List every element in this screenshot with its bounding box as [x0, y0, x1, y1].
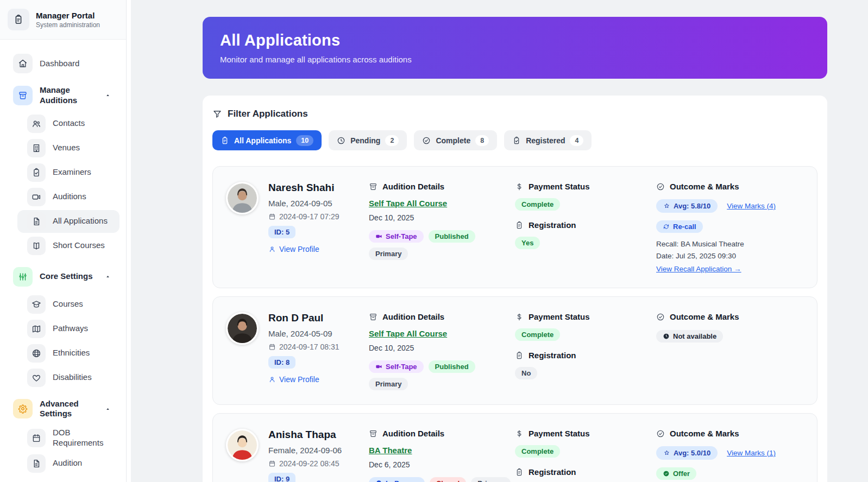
sidebar-item[interactable]: Manage Auditions: [7, 83, 119, 108]
applicant-identity: Anisha Thapa Female, 2024-09-06 2024-09-…: [226, 429, 369, 482]
person-icon: [268, 376, 276, 383]
applicant-identity: Ron D Paul Male, 2024-05-09 2024-09-17 0…: [226, 312, 369, 390]
sidebar-item-label: Advanced Settings: [40, 399, 98, 420]
avatar: [226, 182, 259, 214]
audition-status-badge: Published: [429, 360, 475, 373]
audition-course-link[interactable]: Self Tape All Course: [369, 329, 447, 338]
archive-icon: [369, 313, 378, 321]
chevron-up-icon: [105, 406, 111, 412]
sidebar-item-icon: [27, 212, 46, 231]
check-circle-icon: [656, 429, 665, 438]
outcome-result-icon: [663, 470, 670, 477]
clipboard-icon: [515, 351, 524, 360]
sidebar-scroll-track: [127, 0, 131, 482]
sidebar-item[interactable]: Audition: [17, 452, 119, 475]
sidebar-item-icon: [27, 188, 46, 206]
applicant-demographics: Male, 2024-09-05: [268, 199, 332, 208]
sidebar-item[interactable]: Examiners: [17, 161, 119, 184]
sidebar: Manager Portal System administration Das…: [0, 0, 127, 482]
filter-tab-label: All Applications: [234, 136, 291, 145]
audition-mode-badge: In-Person: [369, 477, 425, 482]
archive-icon: [369, 182, 378, 191]
sidebar-item[interactable]: Dashboard: [7, 52, 119, 75]
view-marks-link[interactable]: View Marks (4): [727, 202, 776, 210]
filter-tab[interactable]: Registered 4: [504, 130, 592, 150]
sidebar-header: Manager Portal System administration: [0, 0, 126, 40]
calendar-icon: [268, 343, 276, 351]
outcome-section: Outcome & Marks Not available: [656, 312, 804, 390]
outcome-heading: Outcome & Marks: [670, 182, 739, 191]
sidebar-item[interactable]: Core Settings: [7, 265, 119, 289]
filter-tab[interactable]: All Applications 10: [212, 130, 322, 150]
sidebar-item[interactable]: Advanced Settings: [7, 397, 119, 422]
avatar: [226, 312, 259, 345]
outcome-result-badge: Offer: [656, 467, 696, 480]
audition-type-badge: Primary: [369, 378, 408, 390]
avatar: [226, 429, 259, 461]
filter-tab[interactable]: Complete 8: [414, 130, 497, 150]
payment-status-badge: Complete: [515, 445, 560, 458]
audition-mode-badge: Self-Tape: [369, 230, 424, 243]
sidebar-item[interactable]: Contacts: [17, 112, 119, 135]
clock-filled-icon: [663, 333, 670, 340]
sidebar-item-icon: [13, 54, 33, 73]
sidebar-item[interactable]: DOB Requirements: [17, 426, 119, 451]
archive-icon: [369, 429, 378, 438]
dollar-icon: [515, 182, 524, 191]
sidebar-item-label: Venues: [53, 143, 80, 153]
outcome-section: Outcome & Marks Avg: 5.0/10 View Marks (…: [656, 429, 804, 482]
sidebar-item-icon: [13, 267, 33, 287]
sidebar-item[interactable]: Courses: [17, 293, 119, 316]
payment-heading: Payment Status: [529, 312, 590, 321]
filter-title: Filter Applications: [228, 109, 308, 119]
audition-date: Dec 10, 2025: [369, 213, 515, 222]
sidebar-item-icon: [27, 139, 46, 157]
sidebar-item[interactable]: Ethnicities: [17, 342, 119, 365]
sidebar-item-label: Audition: [53, 458, 82, 468]
filter-tabs: All Applications 10 Pending 2 Complete 8: [212, 130, 817, 150]
dollar-icon: [515, 429, 524, 438]
sidebar-item[interactable]: Venues: [17, 137, 119, 160]
sidebar-item-icon: [27, 320, 46, 338]
sidebar-item-icon: [27, 115, 46, 133]
main-content: All Applications Monitor and manage all …: [131, 0, 868, 482]
sidebar-item[interactable]: Auditions: [17, 186, 119, 208]
sidebar-item[interactable]: Pathways: [17, 318, 119, 340]
filter-tab-count: 2: [385, 135, 399, 146]
filter-tab-icon: [512, 136, 521, 145]
sidebar-item-label: Core Settings: [40, 271, 98, 282]
application-datetime: 2024-09-17 08:31: [268, 343, 339, 351]
outcome-heading: Outcome & Marks: [670, 312, 739, 321]
outcome-result-icon: [663, 223, 670, 230]
audition-status-badge: Closed: [430, 477, 466, 482]
star-icon: [663, 202, 670, 210]
view-recall-application-link[interactable]: View Recall Application →: [656, 265, 741, 273]
sidebar-item-label: All Applications: [53, 216, 108, 226]
app-subtitle: System administration: [36, 21, 100, 29]
registration-heading: Registration: [529, 220, 576, 230]
sidebar-item[interactable]: Short Courses: [17, 234, 119, 257]
sidebar-item-label: Auditions: [53, 192, 86, 202]
application-card: Naresh Shahi Male, 2024-09-05 2024-09-17…: [212, 166, 817, 288]
filter-tab[interactable]: Pending 2: [329, 130, 407, 150]
applicant-id-badge: ID: 8: [268, 356, 295, 369]
sidebar-item-label: DOB Requirements: [53, 428, 115, 448]
sidebar-item[interactable]: All Applications: [17, 210, 119, 233]
audition-mode-icon: [375, 363, 382, 370]
sidebar-item-label: Ethnicities: [53, 348, 90, 358]
sidebar-item-icon: [27, 344, 46, 363]
applicant-name: Naresh Shahi: [268, 182, 334, 194]
applicant-demographics: Male, 2024-05-09: [268, 329, 332, 338]
filter-tab-label: Pending: [350, 136, 380, 145]
audition-mode-badge: Self-Tape: [369, 360, 424, 373]
view-profile-link[interactable]: View Profile: [268, 375, 319, 384]
view-marks-link[interactable]: View Marks (1): [727, 449, 776, 457]
payment-heading: Payment Status: [529, 429, 590, 438]
audition-course-link[interactable]: BA Theatre: [369, 446, 412, 455]
audition-course-link[interactable]: Self Tape All Course: [369, 199, 447, 208]
sidebar-item-icon: [27, 295, 46, 314]
registration-badge: Yes: [515, 237, 540, 249]
view-profile-link[interactable]: View Profile: [268, 245, 319, 253]
sidebar-item[interactable]: Disabilities: [17, 366, 119, 389]
sidebar-item-icon: [27, 163, 46, 182]
